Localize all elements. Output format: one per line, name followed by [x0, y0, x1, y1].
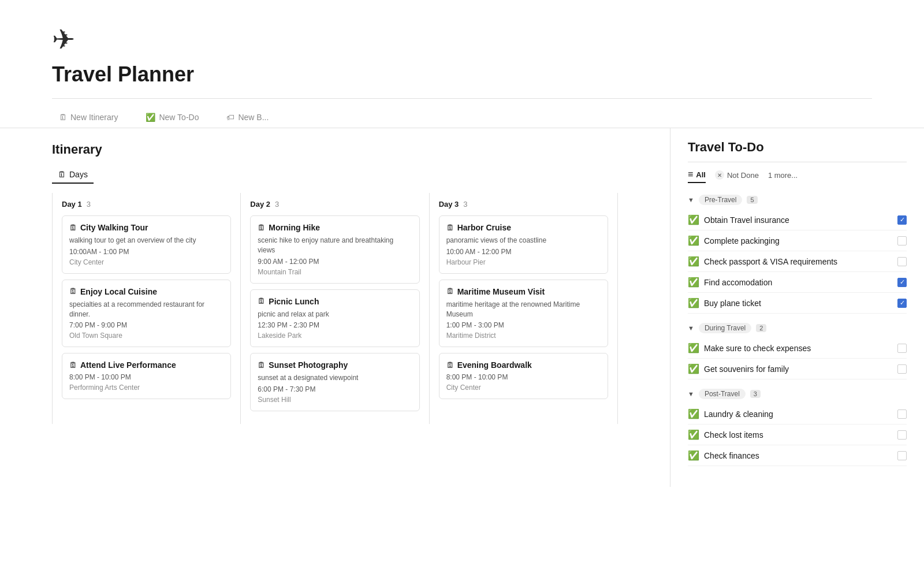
event-icon: 🗓: [446, 361, 454, 370]
check-circle-icon: ✅: [688, 277, 699, 288]
event-time: 10:00AM - 1:00 PM: [69, 248, 223, 256]
filter-tabs: ≡ All ✕ Not Done 1 more...: [688, 169, 907, 183]
tab-new-itinerary[interactable]: 🗓 New Itinerary: [52, 108, 125, 128]
event-card[interactable]: 🗓 Enjoy Local Cuisine specialties at a r…: [62, 280, 231, 348]
todo-checkbox[interactable]: [897, 299, 907, 308]
tab-new-todo[interactable]: ✅ New To-Do: [139, 108, 206, 128]
filter-more[interactable]: 1 more...: [768, 171, 798, 182]
todo-item-left: ✅ Check finances: [688, 450, 759, 461]
event-desc: scenic hike to enjoy nature and breathta…: [258, 236, 412, 255]
todo-checkbox[interactable]: [897, 410, 907, 419]
day-3-count: 3: [463, 200, 467, 209]
todo-group-during-travel: ▼ During Travel 2 ✅ Make sure to check e…: [688, 323, 907, 379]
todo-checkbox[interactable]: [897, 257, 907, 266]
todo-item-left: ✅ Make sure to check expenses: [688, 343, 811, 353]
todo-item-left: ✅ Find accomodation: [688, 277, 772, 288]
filter-not-done[interactable]: ✕ Not Done: [715, 170, 759, 182]
event-title: 🗓 Enjoy Local Cuisine: [69, 287, 223, 296]
pre-travel-label: Pre-Travel: [699, 195, 743, 205]
day-3-label: Day 3: [439, 200, 459, 209]
event-desc: specialties at a recommended restaurant …: [69, 300, 223, 319]
event-desc: sunset at a designated viewpoint: [258, 373, 412, 383]
days-tab-icon: 🗓: [58, 170, 66, 179]
todo-title: Travel To-Do: [688, 140, 907, 155]
todo-checkbox[interactable]: [897, 215, 907, 225]
filter-all-icon: ≡: [688, 169, 693, 180]
event-time: 1:00 PM - 3:00 PM: [446, 321, 601, 329]
todo-group-header-post-travel[interactable]: ▼ Post-Travel 3: [688, 389, 907, 399]
event-card[interactable]: 🗓 Maritime Museum Visit maritime heritag…: [439, 280, 608, 348]
todo-checkbox[interactable]: [897, 278, 907, 287]
itinerary-title: Itinerary: [52, 142, 618, 157]
todo-divider: [688, 162, 907, 162]
todo-item-text: Check finances: [704, 451, 759, 460]
todo-item: ✅ Buy plane ticket: [688, 293, 907, 314]
day-2-count: 3: [275, 200, 279, 209]
check-circle-icon: ✅: [688, 429, 699, 440]
event-location: Mountain Trail: [258, 268, 412, 276]
tab-new-budget[interactable]: 🏷 New B...: [219, 108, 275, 128]
todo-item-left: ✅ Complete packinging: [688, 235, 780, 246]
event-location: Sunset Hill: [258, 396, 412, 404]
budget-tab-label: New B...: [238, 113, 269, 122]
todo-item: ✅ Find accomodation: [688, 272, 907, 293]
todo-checkbox[interactable]: [897, 236, 907, 245]
todo-item-text: Buy plane ticket: [704, 299, 761, 308]
event-card[interactable]: 🗓 Attend Live Performance 8:00 PM - 10:0…: [62, 353, 231, 399]
event-icon: 🗓: [446, 287, 454, 296]
todo-group-header-during-travel[interactable]: ▼ During Travel 2: [688, 323, 907, 333]
todo-item: ✅ Laundry & cleaning: [688, 404, 907, 425]
day-2-label: Day 2: [250, 200, 270, 209]
event-card[interactable]: 🗓 Harbor Cruise panoramic views of the c…: [439, 215, 608, 274]
event-card[interactable]: 🗓 Morning Hike scenic hike to enjoy natu…: [250, 215, 419, 284]
event-card[interactable]: 🗓 Evening Boardwalk 8:00 PM - 10:00 PM C…: [439, 353, 608, 399]
event-icon: 🗓: [69, 287, 77, 296]
check-circle-icon: ✅: [688, 363, 699, 374]
event-location: Performing Arts Center: [69, 384, 223, 392]
filter-all[interactable]: ≡ All: [688, 169, 706, 183]
check-circle-icon: ✅: [688, 297, 699, 308]
itinerary-tab-icon: 🗓: [59, 113, 67, 122]
days-tab[interactable]: 🗓 Days: [52, 166, 94, 184]
check-circle-icon: ✅: [688, 214, 699, 225]
event-title: 🗓 Evening Boardwalk: [446, 360, 601, 370]
todo-group-header-pre-travel[interactable]: ▼ Pre-Travel 5: [688, 195, 907, 205]
event-icon: 🗓: [258, 224, 265, 232]
day-1-column: Day 1 3 🗓 City Walking Tour walking tour…: [53, 193, 241, 424]
event-card[interactable]: 🗓 Sunset Photography sunset at a designa…: [250, 353, 419, 411]
check-circle-icon: ✅: [688, 408, 699, 419]
event-card[interactable]: 🗓 City Walking Tour walking tour to get …: [62, 215, 231, 274]
filter-more-label: 1 more...: [768, 171, 798, 180]
todo-tab-label: New To-Do: [159, 113, 199, 122]
post-travel-count: 3: [750, 390, 761, 398]
event-icon: 🗓: [69, 361, 77, 370]
filter-all-label: All: [696, 170, 706, 179]
check-circle-icon: ✅: [688, 235, 699, 246]
main-content: Itinerary 🗓 Days Day 1 3 🗓 City Walking …: [0, 128, 924, 487]
todo-checkbox[interactable]: [897, 451, 907, 460]
event-icon: 🗓: [446, 224, 454, 232]
post-travel-label: Post-Travel: [699, 389, 746, 399]
todo-item: ✅ Check finances: [688, 445, 907, 466]
todo-checkbox[interactable]: [897, 430, 907, 440]
event-time: 6:00 PM - 7:30 PM: [258, 385, 412, 393]
event-card[interactable]: 🗓 Picnic Lunch picnic and relax at park …: [250, 289, 419, 348]
event-time: 12:30 PM - 2:30 PM: [258, 321, 412, 329]
event-location: City Center: [446, 384, 601, 392]
event-time: 8:00 PM - 10:00 PM: [69, 373, 223, 381]
todo-checkbox[interactable]: [897, 364, 907, 374]
todo-checkbox[interactable]: [897, 344, 907, 353]
budget-tab-icon: 🏷: [226, 113, 234, 122]
event-icon: 🗓: [258, 297, 265, 306]
todo-item-left: ✅ Laundry & cleaning: [688, 408, 773, 419]
chevron-down-icon: ▼: [688, 196, 694, 203]
event-location: Harbour Pier: [446, 258, 601, 266]
todo-item: ✅ Get souvenirs for family: [688, 359, 907, 379]
todo-item-left: ✅ Obtain Travel insurance: [688, 214, 789, 225]
todo-item-text: Complete packinging: [704, 236, 780, 245]
page-title: Travel Planner: [52, 62, 872, 87]
event-location: City Center: [69, 258, 223, 266]
day-1-label: Day 1: [62, 200, 82, 209]
todo-item: ✅ Make sure to check expenses: [688, 338, 907, 359]
todo-item-text: Check passport & VISA requirements: [704, 257, 837, 266]
